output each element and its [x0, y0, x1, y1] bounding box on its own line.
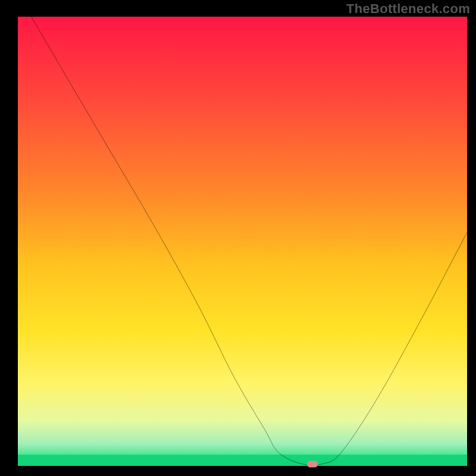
watermark-text: TheBottleneck.com — [346, 1, 470, 17]
optimal-marker — [307, 461, 318, 467]
bottleneck-curve — [18, 17, 467, 466]
plot-area — [18, 17, 467, 466]
chart-frame: TheBottleneck.com — [0, 0, 476, 476]
